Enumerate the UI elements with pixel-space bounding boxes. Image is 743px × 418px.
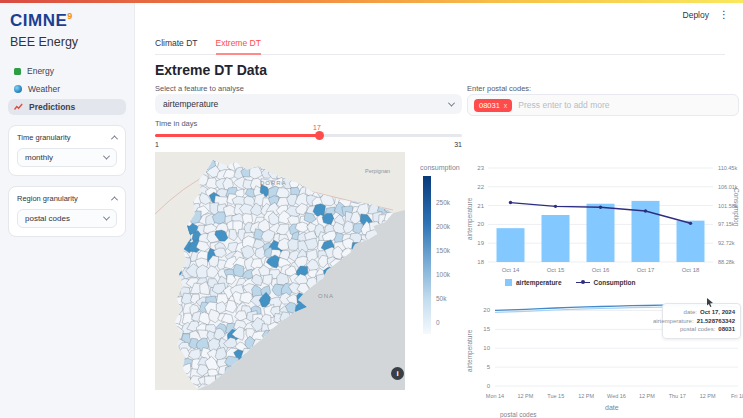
chart1-right-axis-title: Consumption bbox=[733, 188, 740, 226]
chart1-legend: airtemperature Consumption bbox=[505, 279, 635, 286]
sidebar-item-weather[interactable]: Weather bbox=[8, 81, 126, 97]
map-attribution-info-icon[interactable]: i bbox=[391, 367, 404, 380]
region-granularity-select[interactable]: postal codes bbox=[17, 209, 117, 228]
tooltip-label: airtemperature: bbox=[653, 317, 694, 326]
legend-label: Consumption bbox=[594, 279, 636, 286]
postal-codes-input[interactable]: 08031 x Press enter to add more bbox=[467, 94, 739, 116]
chart2-y-axis-title: airtemperature bbox=[466, 330, 473, 372]
svg-text:92.72k: 92.72k bbox=[718, 240, 735, 246]
tab-bar: Climate DT Extreme DT bbox=[155, 38, 725, 55]
logo-text: CIMNE bbox=[10, 11, 67, 30]
time-granularity-panel: Time granularity monthly bbox=[8, 125, 126, 176]
legend-tick: 50k bbox=[436, 295, 446, 302]
chevron-down-icon bbox=[448, 99, 455, 106]
slider-fill bbox=[155, 134, 318, 137]
svg-text:Oct 16: Oct 16 bbox=[592, 267, 610, 273]
chart2-legend-title: postal codes bbox=[500, 411, 537, 418]
panel-title: Region granularity bbox=[17, 194, 78, 203]
svg-text:12 PM: 12 PM bbox=[517, 393, 533, 399]
tab-extreme-dt[interactable]: Extreme DT bbox=[216, 38, 261, 55]
map-label-perpignan: Perpignan bbox=[365, 168, 390, 174]
sidebar-item-label: Predictions bbox=[29, 102, 75, 112]
svg-text:Oct 14: Oct 14 bbox=[502, 267, 520, 273]
slider-track[interactable]: 17 bbox=[155, 134, 462, 137]
svg-text:Oct 17: Oct 17 bbox=[637, 267, 655, 273]
legend-tick: 150k bbox=[436, 247, 450, 254]
cursor-arrow-icon bbox=[706, 298, 714, 307]
logo-mark: 9 bbox=[67, 11, 73, 21]
tab-climate-dt[interactable]: Climate DT bbox=[155, 38, 198, 55]
header-actions: Deploy ⋮ bbox=[683, 10, 729, 20]
sidebar-item-label: Energy bbox=[27, 66, 54, 76]
sidebar-item-predictions[interactable]: Predictions bbox=[8, 99, 126, 115]
legend-tick: 100k bbox=[436, 271, 450, 278]
page-title: Extreme DT Data bbox=[155, 62, 267, 78]
postal-codes-label: Enter postal codes: bbox=[467, 84, 531, 93]
svg-text:Thu 17: Thu 17 bbox=[669, 393, 686, 399]
deploy-button[interactable]: Deploy bbox=[683, 10, 709, 20]
bar-swatch-icon bbox=[505, 279, 512, 286]
sidebar-item-label: Weather bbox=[28, 84, 60, 94]
consumption-legend: consumption 250k 200k 150k 100k 50k 0 bbox=[420, 164, 462, 171]
time-granularity-select[interactable]: monthly bbox=[17, 148, 117, 167]
svg-text:88.28k: 88.28k bbox=[718, 259, 735, 265]
legend-title: consumption bbox=[420, 164, 462, 171]
line-swatch-icon bbox=[576, 282, 590, 284]
chip-remove-icon[interactable]: x bbox=[504, 102, 508, 109]
svg-text:20: 20 bbox=[483, 307, 490, 313]
tooltip-value: 21.528763342 bbox=[697, 317, 735, 326]
region-granularity-panel: Region granularity postal codes bbox=[8, 186, 126, 237]
cimne-logo: CIMNE9 bbox=[0, 3, 134, 31]
svg-text:15: 15 bbox=[483, 326, 490, 332]
predictions-chart-icon bbox=[14, 103, 23, 111]
sidebar: CIMNE9 BEE Energy Energy Weather Predict… bbox=[0, 3, 135, 418]
chart1-left-axis-title: airtemperature bbox=[466, 198, 473, 240]
svg-text:19: 19 bbox=[477, 240, 484, 246]
chart2-x-axis-title: date bbox=[605, 404, 619, 411]
feature-select-value: airtemperature bbox=[163, 99, 218, 109]
svg-text:110.45k: 110.45k bbox=[718, 165, 737, 171]
svg-text:0: 0 bbox=[487, 383, 491, 389]
tooltip-value: 08031 bbox=[718, 325, 735, 334]
tooltip-label: postal codes: bbox=[680, 325, 715, 334]
legend-item-airtemperature[interactable]: airtemperature bbox=[505, 279, 562, 286]
panel-title: Time granularity bbox=[17, 133, 71, 142]
choropleth-map[interactable]: DORRA Perpignan ONA i bbox=[155, 152, 405, 390]
legend-gradient-bar bbox=[423, 176, 431, 334]
time-slider: 17 1 31 bbox=[155, 126, 462, 148]
svg-text:5: 5 bbox=[487, 364, 491, 370]
energy-icon bbox=[14, 68, 21, 75]
slider-range-labels: 1 31 bbox=[155, 141, 462, 148]
svg-text:12 PM: 12 PM bbox=[639, 393, 655, 399]
svg-text:23: 23 bbox=[477, 165, 484, 171]
legend-label: airtemperature bbox=[516, 279, 562, 286]
tooltip-value: Oct 17, 2024 bbox=[700, 308, 735, 317]
app-title: BEE Energy bbox=[0, 31, 134, 49]
svg-text:20: 20 bbox=[477, 221, 484, 227]
svg-text:12 PM: 12 PM bbox=[700, 393, 716, 399]
postal-chip: 08031 x bbox=[474, 99, 512, 112]
app-window: CIMNE9 BEE Energy Energy Weather Predict… bbox=[0, 0, 743, 418]
feature-select-label: Select a feature to analyse bbox=[155, 84, 244, 93]
sidebar-item-energy[interactable]: Energy bbox=[8, 63, 126, 79]
select-value: postal codes bbox=[25, 214, 70, 223]
svg-text:18: 18 bbox=[477, 259, 484, 265]
svg-text:10: 10 bbox=[483, 345, 490, 351]
slider-handle[interactable] bbox=[315, 131, 324, 140]
legend-tick: 200k bbox=[436, 223, 450, 230]
feature-select[interactable]: airtemperature bbox=[155, 94, 462, 114]
svg-text:Fri 18: Fri 18 bbox=[731, 393, 743, 399]
svg-text:12 PM: 12 PM bbox=[578, 393, 594, 399]
slider-max: 31 bbox=[454, 141, 462, 148]
weather-globe-icon bbox=[14, 85, 22, 93]
temperature-consumption-chart[interactable]: 1888.28k1992.72k2097.15k21101.58k22106.0… bbox=[460, 156, 743, 278]
svg-text:Mon 14: Mon 14 bbox=[486, 393, 504, 399]
region-granularity-header[interactable]: Region granularity bbox=[17, 194, 117, 203]
legend-item-consumption[interactable]: Consumption bbox=[576, 279, 636, 286]
slider-min: 1 bbox=[155, 141, 159, 148]
legend-tick: 0 bbox=[436, 319, 440, 326]
time-granularity-header[interactable]: Time granularity bbox=[17, 133, 117, 142]
kebab-menu-icon[interactable]: ⋮ bbox=[719, 11, 729, 19]
svg-text:22: 22 bbox=[477, 184, 484, 190]
collapse-chevron-icon bbox=[111, 135, 118, 142]
